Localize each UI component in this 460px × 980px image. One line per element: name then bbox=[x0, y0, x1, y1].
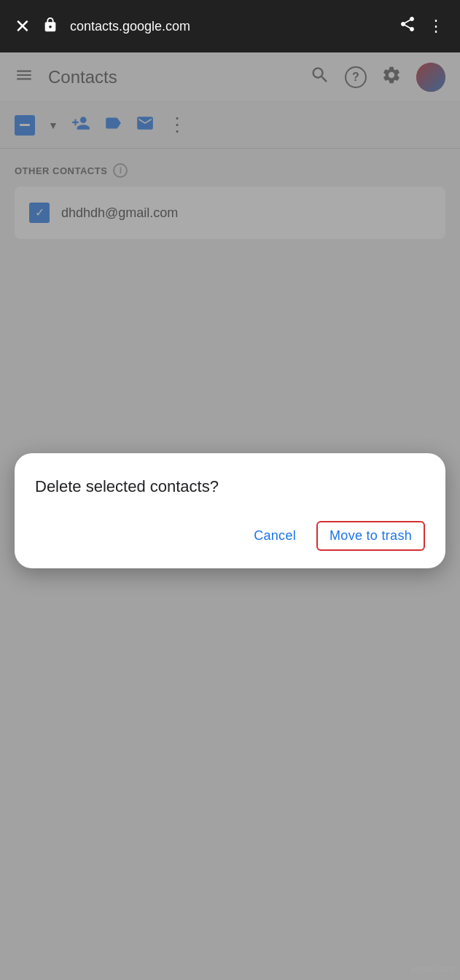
cancel-button[interactable]: Cancel bbox=[245, 522, 305, 549]
browser-chrome-bar: ✕ contacts.google.com ⋮ bbox=[0, 0, 460, 52]
dialog-actions: Cancel Move to trash bbox=[35, 521, 425, 551]
dialog-title: Delete selected contacts? bbox=[35, 477, 425, 498]
move-to-trash-button[interactable]: Move to trash bbox=[316, 521, 425, 551]
url-bar[interactable]: contacts.google.com bbox=[70, 19, 387, 34]
share-icon[interactable] bbox=[399, 15, 416, 37]
lock-icon bbox=[42, 17, 58, 36]
browser-more-icon[interactable]: ⋮ bbox=[428, 17, 445, 36]
delete-dialog: Delete selected contacts? Cancel Move to… bbox=[15, 453, 445, 568]
browser-close-button[interactable]: ✕ bbox=[15, 17, 31, 36]
